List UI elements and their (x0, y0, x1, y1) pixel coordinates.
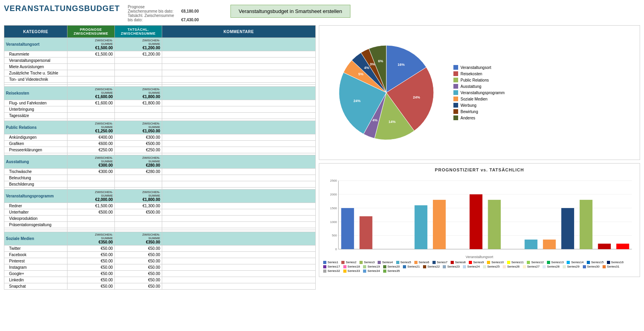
bar-legend-color (383, 270, 386, 273)
item-prog: €500.00 (67, 209, 114, 216)
table-header-row: KATEGORIE PROGNOSE ZWISCHENSUMME TATSÄCH… (4, 26, 316, 38)
item-komm (162, 203, 315, 209)
pie-label: 24% (354, 99, 361, 103)
bar-legend-color (423, 265, 426, 268)
item-komm (162, 222, 315, 228)
item-komm (162, 58, 315, 64)
pie-label: 6% (378, 59, 383, 63)
item-komm (162, 277, 315, 283)
table-row: Snapchat€50.00€50.00 (4, 283, 316, 290)
bar-legend-item: Series30 (583, 265, 600, 268)
legend-item: Bewirtung (453, 109, 524, 114)
legend-item: Werbung (453, 103, 524, 108)
bar-legend-item: Series18 (343, 265, 360, 268)
item-name: Snapchat (4, 283, 67, 290)
page-title: VERANSTALTUNGSBUDGET (4, 4, 120, 13)
item-name: Zusätzliche Tische u. Stühle (4, 70, 67, 76)
bar-legend-color (343, 265, 346, 268)
pie-legend: VeranstaltungsortReisekostenPublic Relat… (453, 65, 524, 120)
item-tats (114, 216, 162, 222)
item-tats (114, 64, 162, 70)
legend-label: Ausstattung (461, 84, 481, 89)
table-row: Flug- und Fahrkosten€1,600.00€1,800.00 (4, 100, 316, 106)
summary-block: Prognose Zwischensumme bis dato: €8,180.… (128, 5, 199, 22)
table-row: Unterhalter€500.00€500.00 (4, 209, 316, 216)
svg-text:1000: 1000 (330, 220, 337, 224)
item-prog: €300.00 (67, 169, 114, 175)
table-row: Miete Ausrüstungen (4, 64, 316, 70)
bar-legend-item: Series28 (543, 265, 560, 268)
item-komm (162, 181, 315, 188)
bar-legend-label: Series28 (547, 265, 560, 268)
legend-color (453, 97, 458, 101)
bar-legend-label: Series33 (348, 269, 360, 273)
legend-color (453, 71, 458, 76)
prog-subtotal-cell: ZWISCHEN-SUMME€300.00 (67, 155, 114, 169)
item-name: Redner (4, 203, 67, 209)
svg-text:0: 0 (335, 247, 337, 251)
bar-chart-svg: 05001000150020002500 (323, 175, 636, 262)
item-komm (162, 113, 315, 119)
header-section: VERANSTALTUNGSBUDGET Prognose Zwischensu… (4, 4, 640, 22)
tats-subtotal-cell: ZWISCHEN-SUMME€1,200.00 (114, 38, 162, 51)
item-prog: €1,500.00 (67, 51, 114, 58)
legend-label: Public Relations (461, 78, 489, 82)
svg-text:1500: 1500 (330, 206, 337, 210)
item-name: Unterhalter (4, 209, 67, 216)
legend-color (453, 115, 458, 120)
item-name: Ton- und Videotechnik (4, 76, 67, 83)
item-prog (67, 106, 114, 113)
bar-legend-color (403, 265, 406, 268)
pie-label: 3% (370, 62, 375, 66)
pie-label: 4% (364, 66, 369, 70)
bar-legend-label: Series18 (348, 265, 360, 268)
bar-legend-color (503, 265, 506, 268)
item-name: Beleuchtung (4, 175, 67, 181)
bar-legend-label: Series22 (427, 265, 440, 268)
bar-rect (341, 208, 354, 249)
prognose-row: Prognose (128, 5, 199, 9)
item-tats (114, 106, 162, 113)
bar-legend-label: Series32 (328, 269, 340, 273)
item-prog: €50.00 (67, 252, 114, 258)
item-komm (162, 258, 315, 264)
komm-subtotal-cell (162, 232, 315, 245)
item-prog (67, 64, 114, 70)
item-prog (67, 175, 114, 181)
legend-color (453, 109, 458, 114)
bar-rect (415, 205, 428, 249)
bar-rect (598, 244, 611, 249)
zwischensumme-label: Zwischensumme bis dato: (128, 9, 174, 13)
pie-chart-container: 16%24%14%4%24%5%4%3%6% Veranstaltungsort… (319, 25, 640, 160)
bar-chart-area: 05001000150020002500 (323, 175, 636, 254)
item-name: Miete Ausrüstungen (4, 64, 67, 70)
item-tats: €50.00 (114, 252, 162, 258)
bar-legend-item: Series17 (323, 265, 340, 268)
prognose-value: €8,180.00 (181, 9, 199, 13)
item-prog: €50.00 (67, 258, 114, 264)
main-content: KATEGORIE PROGNOSE ZWISCHENSUMME TATSÄCH… (4, 25, 640, 290)
table-row: Google+€50.00€50.00 (4, 271, 316, 277)
legend-item: Reisekosten (453, 71, 524, 76)
bar-legend-item: Series32 (323, 269, 340, 273)
item-komm (162, 175, 315, 181)
item-name: Tischwäsche (4, 169, 67, 175)
create-button[interactable]: Veranstaltungsbudget in Smartsheet erste… (230, 5, 350, 18)
legend-color (453, 84, 458, 89)
legend-label: Anderes (461, 116, 475, 120)
table-row: Instagram€50.00€50.00 (4, 264, 316, 271)
table-row: Grafiken€600.00€500.00 (4, 141, 316, 147)
category-header-row: ReisekostenZWISCHEN-SUMME€1,600.00ZWISCH… (4, 87, 316, 100)
item-prog: €250.00 (67, 147, 114, 153)
item-komm (162, 245, 315, 252)
legend-color (453, 90, 458, 95)
right-panel: 16%24%14%4%24%5%4%3%6% Veranstaltungsort… (319, 25, 640, 290)
legend-item: Ausstattung (453, 84, 524, 89)
table-row: Tischwäsche€300.00€280.00 (4, 169, 316, 175)
bar-legend-label: Series25 (487, 265, 500, 268)
zwischensumme-row: Zwischensumme bis dato: €8,180.00 (128, 9, 199, 13)
item-prog: €50.00 (67, 283, 114, 290)
bar-legend-color (603, 265, 606, 268)
bar-legend-color (443, 265, 446, 268)
item-tats: €300.00 (114, 134, 162, 141)
